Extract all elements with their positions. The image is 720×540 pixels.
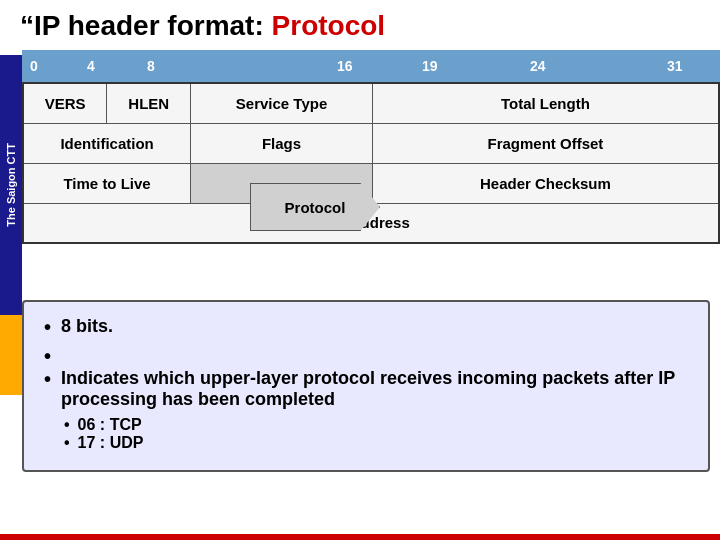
header-checksum-cell: Header Checksum bbox=[372, 163, 719, 203]
title-quote: “ bbox=[20, 10, 34, 41]
info-list: 8 bits. • Indicates which upper-layer pr… bbox=[44, 316, 688, 452]
bit-8: 8 bbox=[147, 58, 155, 74]
bit-24: 24 bbox=[530, 58, 546, 74]
info-bullet-2: • Indicates which upper-layer protocol r… bbox=[44, 345, 688, 452]
bit-16: 16 bbox=[337, 58, 353, 74]
sidebar-label-text: The Saigon CTT bbox=[5, 143, 17, 227]
hlen-cell: HLEN bbox=[107, 83, 191, 123]
title-highlight: Protocol bbox=[272, 10, 386, 41]
title-bar: “IP header format: Protocol bbox=[0, 0, 720, 50]
info-box: 8 bits. • Indicates which upper-layer pr… bbox=[22, 300, 710, 472]
bit-0: 0 bbox=[30, 58, 38, 74]
service-type-cell: Service Type bbox=[191, 83, 373, 123]
fragment-offset-cell: Fragment Offset bbox=[372, 123, 719, 163]
bit-19: 19 bbox=[422, 58, 438, 74]
ip-header-table: VERS HLEN Service Type Total Length Iden… bbox=[22, 82, 720, 244]
info-bullet-1: 8 bits. bbox=[44, 316, 688, 339]
bit-number-row: 0 4 8 16 19 24 31 bbox=[22, 50, 720, 82]
table-row: VERS HLEN Service Type Total Length bbox=[23, 83, 719, 123]
identification-cell: Identification bbox=[23, 123, 191, 163]
title-prefix: IP header format: bbox=[34, 10, 272, 41]
protocol-arrow-cell: Protocol bbox=[250, 183, 380, 231]
sub-bullet-tcp: 06 : TCP bbox=[64, 416, 688, 434]
sub-bullet-udp: 17 : UDP bbox=[64, 434, 688, 452]
sidebar-label: The Saigon CTT bbox=[0, 55, 22, 315]
sub-bullet-list: 06 : TCP 17 : UDP bbox=[64, 416, 688, 452]
flags-cell: Flags bbox=[191, 123, 373, 163]
left-accent bbox=[0, 315, 22, 395]
vers-cell: VERS bbox=[23, 83, 107, 123]
time-to-live-cell: Time to Live bbox=[23, 163, 191, 203]
total-length-cell: Total Length bbox=[372, 83, 719, 123]
bit-31: 31 bbox=[667, 58, 683, 74]
page-title: “IP header format: Protocol bbox=[20, 10, 385, 42]
bit-4: 4 bbox=[87, 58, 95, 74]
protocol-arrow-label: Protocol bbox=[285, 199, 346, 216]
table-row: Identification Flags Fragment Offset bbox=[23, 123, 719, 163]
bottom-accent bbox=[0, 534, 720, 540]
